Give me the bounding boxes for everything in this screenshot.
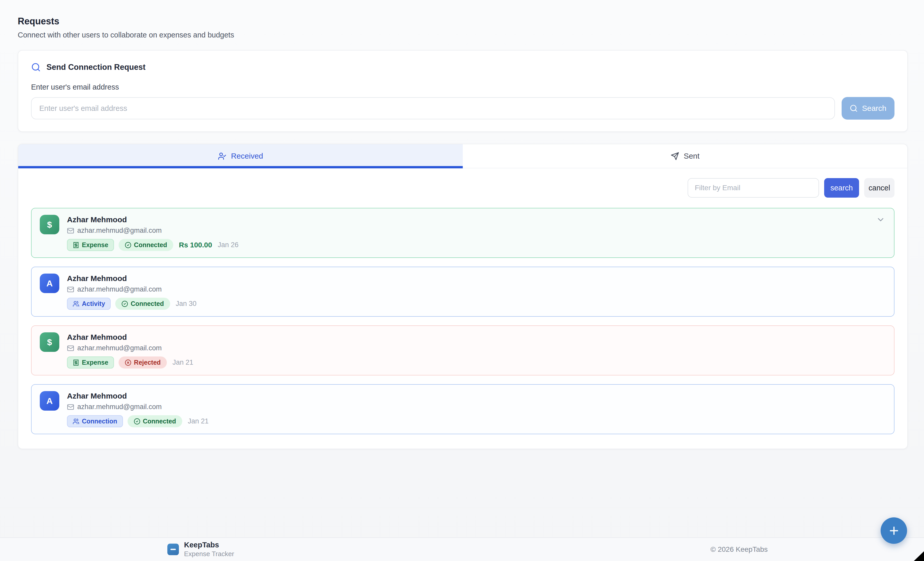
- request-date: Jan 21: [188, 417, 208, 425]
- mail-icon: [67, 227, 74, 234]
- type-badge-label: Expense: [82, 359, 108, 366]
- status-badge-connected: Connected: [118, 239, 173, 251]
- email-field-label: Enter user's email address: [31, 83, 894, 92]
- status-badge-label: Connected: [143, 417, 176, 425]
- receipt-icon: [73, 242, 79, 248]
- tab-sent-label: Sent: [684, 152, 700, 160]
- page-title: Requests: [18, 16, 908, 27]
- search-button-label: Search: [862, 104, 886, 112]
- request-email: azhar.mehmud@gmail.com: [67, 226, 238, 235]
- type-badge-connection: Connection: [67, 415, 123, 427]
- request-amount: Rs 100.00: [179, 241, 212, 249]
- keeptabs-logo-icon: [167, 544, 179, 555]
- badge-row: Expense Rejected Jan 21: [67, 357, 193, 369]
- brand: KeepTabs Expense Tracker: [167, 541, 234, 558]
- users-icon: [73, 300, 79, 307]
- search-button[interactable]: Search: [842, 97, 894, 120]
- search-icon: [31, 62, 41, 72]
- status-badge-connected: Connected: [128, 415, 182, 427]
- check-circle-icon: [125, 242, 131, 248]
- mail-icon: [67, 286, 74, 293]
- request-card-expense-connected[interactable]: $ Azhar Mehmood azhar.mehmud@gmail.com E…: [31, 208, 894, 258]
- request-name: Azhar Mehmood: [67, 333, 193, 342]
- requests-page: Requests Connect with other users to col…: [18, 16, 908, 449]
- request-name: Azhar Mehmood: [67, 274, 196, 283]
- request-card-connection-connected[interactable]: A Azhar Mehmood azhar.mehmud@gmail.com C…: [31, 384, 894, 434]
- badge-row: Activity Connected Jan 30: [67, 298, 196, 310]
- footer: KeepTabs Expense Tracker © 2026 KeepTabs: [0, 537, 924, 561]
- request-email-text: azhar.mehmud@gmail.com: [77, 403, 162, 411]
- send-request-title: Send Connection Request: [46, 63, 146, 72]
- plus-icon: [888, 525, 900, 537]
- request-email-text: azhar.mehmud@gmail.com: [77, 344, 162, 352]
- request-date: Jan 26: [218, 241, 238, 249]
- receipt-icon: [73, 359, 79, 366]
- filter-search-button[interactable]: search: [824, 178, 859, 198]
- search-icon: [850, 104, 858, 112]
- badge-row: Expense Connected Rs 100.00 Jan 26: [67, 239, 238, 251]
- type-badge-expense: Expense: [67, 239, 114, 251]
- type-badge-expense: Expense: [67, 357, 114, 369]
- request-email-text: azhar.mehmud@gmail.com: [77, 226, 162, 235]
- check-circle-icon: [134, 418, 140, 425]
- brand-tagline: Expense Tracker: [184, 550, 234, 558]
- chevron-down-icon[interactable]: [876, 215, 885, 225]
- send-icon: [670, 152, 679, 160]
- avatar: A: [40, 274, 59, 293]
- page-subtitle: Connect with other users to collaborate …: [18, 31, 908, 39]
- requests-panel: Received Sent search cancel $ Azhar Mehm…: [18, 144, 908, 449]
- status-badge-label: Rejected: [134, 359, 160, 366]
- email-field[interactable]: [31, 97, 835, 119]
- request-list: $ Azhar Mehmood azhar.mehmud@gmail.com E…: [18, 198, 908, 434]
- send-connection-request-card: Send Connection Request Enter user's ema…: [18, 50, 908, 132]
- status-badge-rejected: Rejected: [118, 357, 167, 369]
- tab-received-label: Received: [231, 152, 263, 160]
- mail-icon: [67, 345, 74, 352]
- status-badge-connected: Connected: [115, 298, 170, 310]
- copyright: © 2026 KeepTabs: [711, 545, 768, 554]
- avatar: $: [40, 332, 59, 352]
- check-circle-icon: [122, 300, 128, 307]
- request-date: Jan 30: [176, 300, 196, 308]
- request-email: azhar.mehmud@gmail.com: [67, 344, 193, 352]
- brand-name: KeepTabs: [184, 541, 234, 549]
- request-email: azhar.mehmud@gmail.com: [67, 285, 196, 293]
- type-badge-label: Connection: [82, 417, 117, 425]
- status-badge-label: Connected: [134, 241, 167, 249]
- request-name: Azhar Mehmood: [67, 215, 238, 224]
- tabbar: Received Sent: [18, 144, 908, 168]
- mail-icon: [67, 404, 74, 411]
- type-badge-label: Expense: [82, 241, 108, 249]
- type-badge-activity: Activity: [67, 298, 111, 310]
- avatar: A: [40, 391, 59, 411]
- users-icon: [73, 418, 79, 425]
- request-name: Azhar Mehmood: [67, 392, 208, 400]
- x-circle-icon: [125, 359, 131, 366]
- filter-email-input[interactable]: [688, 178, 819, 198]
- type-badge-label: Activity: [82, 300, 105, 308]
- request-email: azhar.mehmud@gmail.com: [67, 403, 208, 411]
- request-date: Jan 21: [172, 358, 193, 366]
- badge-row: Connection Connected Jan 21: [67, 415, 208, 427]
- status-badge-label: Connected: [130, 300, 164, 308]
- tab-sent[interactable]: Sent: [463, 144, 908, 168]
- avatar: $: [40, 215, 59, 234]
- request-card-expense-rejected[interactable]: $ Azhar Mehmood azhar.mehmud@gmail.com E…: [31, 326, 894, 375]
- send-request-header: Send Connection Request: [31, 62, 894, 72]
- filter-cancel-button[interactable]: cancel: [864, 178, 894, 198]
- request-card-activity-connected[interactable]: A Azhar Mehmood azhar.mehmud@gmail.com A…: [31, 267, 894, 316]
- request-email-text: azhar.mehmud@gmail.com: [77, 285, 162, 293]
- tab-received[interactable]: Received: [18, 144, 463, 168]
- user-check-icon: [218, 152, 226, 160]
- add-button[interactable]: [880, 518, 907, 544]
- filter-row: search cancel: [18, 168, 908, 198]
